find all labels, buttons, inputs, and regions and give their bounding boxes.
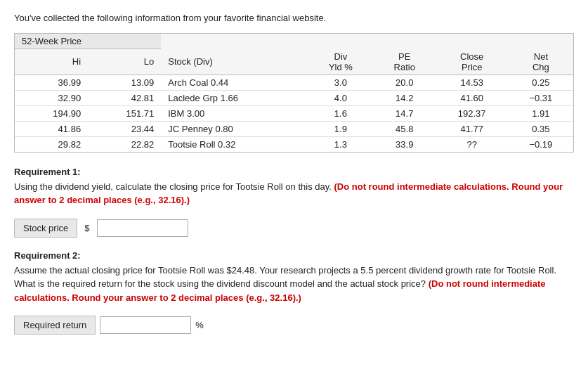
cell-stock: JC Penney 0.80 (161, 121, 308, 136)
cell-net-chg: 0.35 (509, 121, 573, 136)
table-row: 32.90 42.81 Laclede Grp 1.66 4.0 14.2 41… (15, 90, 573, 105)
table-row: 36.99 13.09 Arch Coal 0.44 3.0 20.0 14.5… (15, 75, 573, 90)
cell-net-chg: 0.25 (509, 75, 573, 90)
cell-pe-ratio: 14.7 (374, 105, 436, 121)
table-row: 29.82 22.82 Tootsie Roll 0.32 1.3 33.9 ?… (15, 136, 573, 152)
cell-pe-ratio: 14.2 (374, 90, 436, 105)
cell-lo: 22.82 (88, 136, 161, 152)
cell-lo: 13.09 (88, 75, 161, 90)
cell-net-chg: −0.31 (509, 90, 573, 105)
requirement2-block: Requirement 2: Assume the actual closing… (14, 250, 574, 305)
cell-close-price: 14.53 (436, 75, 509, 90)
col-div-yld: DivYld % (308, 49, 374, 75)
stock-price-input[interactable] (97, 219, 188, 237)
requirement1-block: Requirement 1: Using the dividend yield,… (14, 167, 574, 207)
cell-lo: 151.71 (88, 105, 161, 121)
cell-pe-ratio: 33.9 (374, 136, 436, 152)
required-return-row: Required return % (14, 316, 574, 335)
cell-lo: 23.44 (88, 121, 161, 136)
cell-div-yld: 1.9 (308, 121, 374, 136)
col-net-chg: NetChg (509, 49, 573, 75)
cell-hi: 29.82 (15, 136, 88, 152)
percent-suffix: % (195, 320, 204, 330)
req2-body: Assume the actual closing price for Toot… (14, 264, 574, 305)
cell-close-price: ?? (436, 136, 509, 152)
cell-close-price: 41.77 (436, 121, 509, 136)
cell-net-chg: −0.19 (509, 136, 573, 152)
cell-pe-ratio: 45.8 (374, 121, 436, 136)
col-lo: Lo (88, 49, 161, 75)
col-hi: Hi (15, 49, 88, 75)
cell-hi: 32.90 (15, 90, 88, 105)
cell-div-yld: 4.0 (308, 90, 374, 105)
cell-pe-ratio: 20.0 (374, 75, 436, 90)
cell-stock: Tootsie Roll 0.32 (161, 136, 308, 152)
required-return-label: Required return (14, 316, 96, 335)
table-row: 41.86 23.44 JC Penney 0.80 1.9 45.8 41.7… (15, 121, 573, 136)
dollar-prefix: $ (81, 220, 92, 236)
req1-body: Using the dividend yield, calculate the … (14, 180, 574, 207)
req1-body-normal: Using the dividend yield, calculate the … (14, 181, 332, 192)
cell-stock: Arch Coal 0.44 (161, 75, 308, 90)
data-table: 52-Week Price Hi Lo Stock (Div) DivYld %… (14, 33, 574, 153)
intro-text: You've collected the following informati… (14, 13, 574, 23)
cell-div-yld: 1.6 (308, 105, 374, 121)
cell-hi: 41.86 (15, 121, 88, 136)
week-price-header: 52-Week Price (15, 34, 161, 49)
cell-stock: Laclede Grp 1.66 (161, 90, 308, 105)
stock-price-row: Stock price $ (14, 219, 574, 238)
req2-title: Requirement 2: (14, 250, 574, 261)
cell-div-yld: 1.3 (308, 136, 374, 152)
col-pe-ratio: PERatio (374, 49, 436, 75)
cell-stock: IBM 3.00 (161, 105, 308, 121)
cell-lo: 42.81 (88, 90, 161, 105)
col-close-price: ClosePrice (436, 49, 509, 75)
req1-title: Requirement 1: (14, 167, 574, 177)
cell-net-chg: 1.91 (509, 105, 573, 121)
table-row: 194.90 151.71 IBM 3.00 1.6 14.7 192.37 1… (15, 105, 573, 121)
required-return-input[interactable] (100, 316, 191, 334)
col-stock-div: Stock (Div) (161, 49, 308, 75)
cell-close-price: 41.60 (436, 90, 509, 105)
cell-hi: 194.90 (15, 105, 88, 121)
cell-div-yld: 3.0 (308, 75, 374, 90)
cell-hi: 36.99 (15, 75, 88, 90)
cell-close-price: 192.37 (436, 105, 509, 121)
stock-price-label: Stock price (14, 219, 77, 238)
